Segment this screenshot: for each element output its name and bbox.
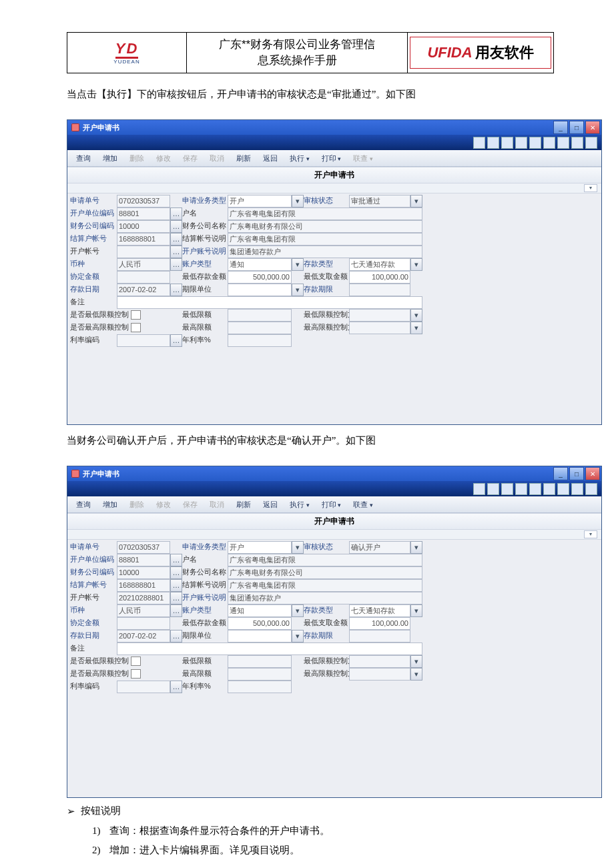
- toolbar-icon[interactable]: [543, 137, 555, 149]
- maximize-button[interactable]: □: [569, 121, 584, 134]
- back-button[interactable]: 返回: [258, 499, 282, 510]
- field-fin-code[interactable]: 10000: [117, 220, 170, 233]
- field-deposit-type[interactable]: 七天通知存款: [349, 258, 410, 271]
- picker-icon[interactable]: …: [170, 604, 182, 617]
- field-rate-code[interactable]: [117, 681, 170, 693]
- query-button[interactable]: 查询: [71, 153, 95, 164]
- toolbar-icon[interactable]: [585, 483, 597, 495]
- field-acct-name[interactable]: 广东省粤电集团有限: [228, 554, 422, 566]
- titlebar[interactable]: 开户申请书 _ □ ✕: [67, 120, 601, 135]
- picker-icon[interactable]: …: [170, 258, 182, 271]
- titlebar[interactable]: 开户申请书 _ □ ✕: [67, 466, 601, 481]
- dropdown-icon[interactable]: ▾: [292, 284, 304, 296]
- picker-icon[interactable]: …: [170, 220, 182, 233]
- field-dep-date[interactable]: 2007-02-02: [117, 630, 170, 642]
- refresh-button[interactable]: 刷新: [232, 153, 256, 164]
- dropdown-icon[interactable]: ▾: [410, 604, 422, 617]
- close-button[interactable]: ✕: [585, 467, 600, 480]
- dropdown-icon[interactable]: ▾: [410, 258, 422, 271]
- field-currency[interactable]: 人民币: [117, 258, 170, 271]
- dropdown-icon[interactable]: ▾: [292, 258, 304, 271]
- field-min-limit[interactable]: [228, 309, 292, 322]
- toolbar-icon[interactable]: [571, 483, 583, 495]
- field-acct-type[interactable]: 通知: [228, 258, 292, 271]
- field-dep-term[interactable]: [349, 630, 410, 642]
- dropdown-icon[interactable]: ▾: [292, 541, 304, 554]
- picker-icon[interactable]: …: [170, 233, 182, 246]
- toolbar-icon[interactable]: [543, 483, 555, 495]
- field-min-deposit[interactable]: 500,000.00: [228, 271, 292, 284]
- toolbar-icon[interactable]: [529, 137, 541, 149]
- field-rate-code[interactable]: [117, 334, 170, 347]
- field-audit-status[interactable]: 审批通过: [349, 195, 410, 207]
- collapse-icon[interactable]: ▾: [584, 184, 597, 192]
- checkbox[interactable]: [131, 657, 141, 666]
- field-open-desc[interactable]: 集团通知存款户: [228, 246, 422, 258]
- picker-icon[interactable]: …: [170, 566, 182, 579]
- field-settle-acct[interactable]: 168888801: [117, 579, 170, 592]
- checkbox[interactable]: [131, 323, 141, 332]
- field-open-desc[interactable]: 集团通知存款户: [228, 592, 422, 604]
- field-unit-code[interactable]: 88801: [117, 207, 170, 220]
- field-min-mode[interactable]: [349, 309, 410, 322]
- toolbar-icon[interactable]: [473, 483, 485, 495]
- refresh-button[interactable]: 刷新: [232, 499, 256, 510]
- print-button[interactable]: 打印: [317, 153, 346, 164]
- maximize-button[interactable]: □: [569, 467, 584, 480]
- field-min-limit[interactable]: [228, 655, 292, 668]
- picker-icon[interactable]: …: [170, 592, 182, 604]
- dropdown-icon[interactable]: ▾: [410, 541, 422, 554]
- calendar-icon[interactable]: …: [170, 284, 182, 296]
- toolbar-icon[interactable]: [515, 483, 527, 495]
- field-settle-desc[interactable]: 广东省粤电集团有限: [228, 233, 422, 246]
- collapse-icon[interactable]: ▾: [584, 530, 597, 538]
- field-term-unit[interactable]: [228, 284, 292, 296]
- checkbox[interactable]: [131, 310, 141, 320]
- query-button[interactable]: 查询: [71, 499, 95, 510]
- toolbar-icon[interactable]: [529, 483, 541, 495]
- field-min-draw[interactable]: 100,000.00: [349, 271, 410, 284]
- field-agreed-amt[interactable]: [117, 271, 170, 284]
- dropdown-icon[interactable]: ▾: [410, 668, 422, 681]
- toolbar-icon[interactable]: [515, 137, 527, 149]
- field-min-draw[interactable]: 100,000.00: [349, 617, 410, 630]
- field-year-rate[interactable]: [228, 681, 292, 693]
- field-fin-code[interactable]: 10000: [117, 566, 170, 579]
- field-min-mode[interactable]: [349, 655, 410, 668]
- field-currency[interactable]: 人民币: [117, 604, 170, 617]
- dropdown-icon[interactable]: ▾: [292, 195, 304, 207]
- field-acct-type[interactable]: 通知: [228, 604, 292, 617]
- toolbar-icon[interactable]: [571, 137, 583, 149]
- field-acct-name[interactable]: 广东省粤电集团有限: [228, 207, 422, 220]
- add-button[interactable]: 增加: [98, 499, 122, 510]
- picker-icon[interactable]: …: [170, 246, 182, 258]
- field-settle-desc[interactable]: 广东省粤电集团有限: [228, 579, 422, 592]
- field-remark[interactable]: [117, 642, 422, 655]
- field-unit-code[interactable]: 88801: [117, 554, 170, 566]
- exec-button[interactable]: 执行: [285, 499, 314, 510]
- field-dep-term[interactable]: [349, 284, 410, 296]
- dropdown-icon[interactable]: ▾: [292, 604, 304, 617]
- field-fin-name[interactable]: 广东粤电财务有限公司: [228, 566, 422, 579]
- dropdown-icon[interactable]: ▾: [410, 309, 422, 322]
- field-max-mode[interactable]: [349, 322, 410, 334]
- dropdown-icon[interactable]: ▾: [410, 322, 422, 334]
- field-remark[interactable]: [117, 296, 422, 309]
- field-biz-type[interactable]: 开户: [228, 541, 292, 554]
- add-button[interactable]: 增加: [98, 153, 122, 164]
- field-min-deposit[interactable]: 500,000.00: [228, 617, 292, 630]
- toolbar-icon[interactable]: [557, 483, 569, 495]
- print-button[interactable]: 打印: [317, 499, 346, 510]
- field-year-rate[interactable]: [228, 334, 292, 347]
- field-apply-no[interactable]: 0702030537: [117, 195, 170, 207]
- toolbar-icon[interactable]: [585, 137, 597, 149]
- field-dep-date[interactable]: 2007-02-02: [117, 284, 170, 296]
- field-open-acct[interactable]: [117, 246, 170, 258]
- field-audit-status[interactable]: 确认开户: [349, 541, 410, 554]
- field-max-limit[interactable]: [228, 668, 292, 681]
- field-apply-no[interactable]: 0702030537: [117, 541, 170, 554]
- toolbar-icon[interactable]: [501, 483, 513, 495]
- toolbar-icon[interactable]: [557, 137, 569, 149]
- minimize-button[interactable]: _: [553, 121, 568, 134]
- dropdown-icon[interactable]: ▾: [292, 630, 304, 642]
